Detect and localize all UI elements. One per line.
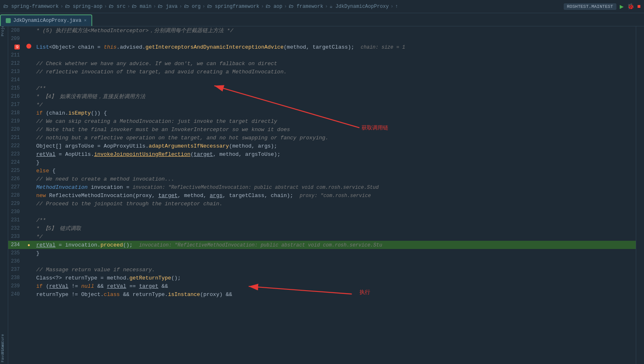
gutter <box>25 92 33 101</box>
gutter <box>25 290 33 298</box>
table-row: 9 List<Object> chain = this.advised.getI… <box>8 43 636 51</box>
java-file-icon <box>6 18 11 23</box>
gutter <box>25 142 33 150</box>
line-number: 237 <box>8 265 25 274</box>
gutter <box>25 158 33 167</box>
table-row: 211 <box>8 51 636 59</box>
table-row: 212 // Check whether we have any advice.… <box>8 59 636 68</box>
code-line: // reflective invocation of the target, … <box>33 68 636 76</box>
gutter <box>25 200 33 208</box>
line-number: 225 <box>8 167 25 175</box>
table-row: 230 <box>8 208 636 216</box>
breakpoint-indicator[interactable] <box>26 44 31 49</box>
table-row: 217 */ <box>8 101 636 109</box>
gutter <box>25 274 33 282</box>
code-line <box>33 257 636 265</box>
line-number: 238 <box>8 274 25 282</box>
code-line: // Massage return value if necessary. <box>33 265 636 274</box>
left-sidebar: Project Structure Favorites <box>0 26 8 364</box>
line-badge: 9 <box>14 45 20 49</box>
main-content: Project Structure Favorites 208 * (5) 执行… <box>0 26 644 364</box>
breadcrumb-springframework[interactable]: 🗁 springframework <box>207 3 259 9</box>
table-row: 209 <box>8 35 636 43</box>
gutter <box>25 208 33 216</box>
breadcrumb-jdk-proxy[interactable]: ☕ JdkDynamicAopProxy <box>329 3 389 9</box>
gutter <box>25 26 33 35</box>
code-editor[interactable]: 208 * (5) 执行拦截方法<MethodInterceptor>，分别调用… <box>8 26 636 364</box>
code-line: */ <box>33 232 636 241</box>
line-number: 221 <box>8 134 25 142</box>
code-line: } <box>33 249 636 257</box>
breadcrumb-main[interactable]: 🗁 main <box>132 3 152 9</box>
debug-button[interactable]: 🐞 <box>627 3 634 10</box>
line-number: 218 <box>8 109 25 117</box>
breadcrumb-aop[interactable]: 🗁 aop <box>266 3 282 9</box>
code-table: 208 * (5) 执行拦截方法<MethodInterceptor>，分别调用… <box>8 26 636 298</box>
table-row: 215 /** <box>8 84 636 92</box>
breadcrumb-spring-framework[interactable]: 🗁 spring-framework <box>3 3 58 9</box>
breadcrumb-spring-aop[interactable]: 🗁 spring-aop <box>65 3 103 9</box>
right-sidebar <box>636 26 644 364</box>
line-number: 231 <box>8 216 25 224</box>
gutter <box>25 183 33 191</box>
code-line: * 【4】 如果没有调用链，直接反射调用方法 <box>33 92 636 101</box>
code-line: List<Object> chain = this.advised.getInt… <box>33 43 636 51</box>
line-number: 239 <box>8 282 25 290</box>
breadcrumb: 🗁 spring-framework › 🗁 spring-aop › 🗁 sr… <box>3 3 398 9</box>
gutter <box>25 76 33 84</box>
table-row: 221 // nothing but a reflective operatio… <box>8 134 636 142</box>
table-row: 225 else { <box>8 167 636 175</box>
table-row: 229 // Proceed to the joinpoint through … <box>8 200 636 208</box>
tab-close-button[interactable]: × <box>84 18 87 23</box>
run-button[interactable]: ▶ <box>620 2 624 11</box>
breadcrumb-java[interactable]: 🗁 java <box>158 3 177 9</box>
gutter <box>25 125 33 134</box>
table-row: 208 * (5) 执行拦截方法<MethodInterceptor>，分别调用… <box>8 26 636 35</box>
line-number: 226 <box>8 175 25 183</box>
code-line: // Note that the final invoker must be a… <box>33 125 636 134</box>
gutter <box>25 117 33 125</box>
table-row: 236 <box>8 257 636 265</box>
sidebar-project-label[interactable]: Project <box>1 30 7 36</box>
line-number: 234 <box>8 241 25 249</box>
code-line <box>33 208 636 216</box>
gutter <box>25 232 33 241</box>
gutter <box>25 249 33 257</box>
breadcrumb-framework[interactable]: 🗁 framework <box>289 3 323 9</box>
gutter <box>25 59 33 68</box>
line-number: 229 <box>8 200 25 208</box>
gutter[interactable]: ● <box>25 241 33 249</box>
gutter <box>25 257 33 265</box>
code-line: retVal = invocation.proceed(); invocatio… <box>33 241 636 249</box>
code-line: // Check whether we have any advice. If … <box>33 59 636 68</box>
code-line: else { <box>33 167 636 175</box>
line-number: 214 <box>8 76 25 84</box>
sidebar-favorites-label[interactable]: Favorites <box>1 356 7 362</box>
line-number: 213 <box>8 68 25 76</box>
breadcrumb-src[interactable]: 🗁 src <box>109 3 126 9</box>
line-number: 211 <box>8 51 25 59</box>
line-number: 222 <box>8 142 25 150</box>
gutter <box>25 51 33 59</box>
top-right: ROSHTEST.MAINTEST ▶ 🐞 ■ <box>564 2 641 11</box>
code-line: * (5) 执行拦截方法<MethodInterceptor>，分别调用每个拦截… <box>33 26 636 35</box>
table-row: 213 // reflective invocation of the targ… <box>8 68 636 76</box>
line-number: 217 <box>8 101 25 109</box>
tab-jdk-proxy[interactable]: JdkDynamicAopProxy.java × <box>0 14 92 26</box>
stop-button[interactable]: ■ <box>637 3 641 10</box>
table-row: 224 } <box>8 158 636 167</box>
code-line: Object[] argsToUse = AopProxyUtils.adapt… <box>33 142 636 150</box>
table-row: 226 // We need to create a method invoca… <box>8 175 636 183</box>
breadcrumb-org[interactable]: 🗁 org <box>184 3 201 9</box>
breadcrumb-up-arrow[interactable]: ↑ <box>395 4 398 9</box>
code-line: // nothing but a reflective operation on… <box>33 134 636 142</box>
run-config-label[interactable]: ROSHTEST.MAINTEST <box>564 3 616 10</box>
gutter <box>25 167 33 175</box>
code-line: /** <box>33 216 636 224</box>
gutter <box>25 101 33 109</box>
line-number: 223 <box>8 150 25 158</box>
gutter <box>25 175 33 183</box>
gutter <box>25 191 33 200</box>
gutter[interactable] <box>25 43 33 51</box>
top-bar: 🗁 spring-framework › 🗁 spring-aop › 🗁 sr… <box>0 0 644 13</box>
